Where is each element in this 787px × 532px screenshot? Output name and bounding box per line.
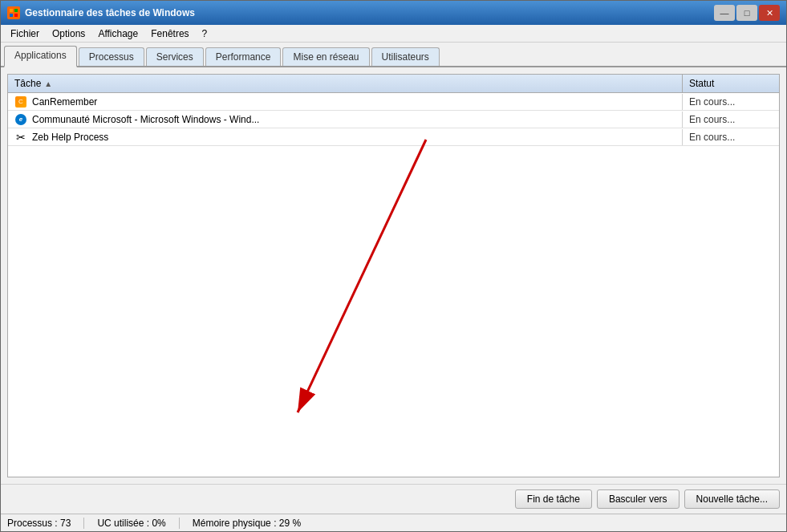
- menu-bar: Fichier Options Affichage Fenêtres ?: [1, 25, 786, 43]
- row-status-2: En cours...: [683, 112, 779, 127]
- menu-affichage[interactable]: Affichage: [91, 26, 144, 41]
- tab-applications[interactable]: Applications: [4, 46, 77, 67]
- close-button[interactable]: ✕: [759, 5, 780, 21]
- switch-to-button[interactable]: Basculer vers: [597, 489, 679, 509]
- column-status[interactable]: Statut: [683, 75, 779, 92]
- task-name-3: Zeb Help Process: [32, 132, 108, 143]
- column-status-label: Statut: [689, 78, 714, 89]
- content-wrapper: Tâche ▲ Statut C CanRemember: [1, 67, 786, 514]
- row-status-1: En cours...: [683, 95, 779, 109]
- row-task-1: C CanRemember: [8, 94, 683, 110]
- status-cpu: UC utilisée : 0%: [97, 518, 179, 529]
- task-name-2: Communauté Microsoft - Microsoft Windows…: [32, 114, 259, 125]
- minimize-button[interactable]: —: [714, 5, 735, 21]
- menu-fenetres[interactable]: Fenêtres: [144, 26, 195, 41]
- svg-rect-0: [10, 9, 13, 12]
- row-status-3: En cours...: [683, 130, 779, 144]
- tab-mise-en-reseau[interactable]: Mise en réseau: [282, 47, 369, 66]
- column-task[interactable]: Tâche ▲: [8, 75, 683, 92]
- table-body: C CanRemember En cours... e Communauté: [8, 93, 779, 477]
- svg-rect-1: [14, 9, 18, 12]
- maximize-button[interactable]: □: [736, 5, 757, 21]
- main-window: Gestionnaire des tâches de Windows — □ ✕…: [0, 0, 787, 532]
- sort-icon: ▲: [44, 79, 52, 88]
- tab-performance[interactable]: Performance: [205, 47, 282, 66]
- tab-processus[interactable]: Processus: [79, 47, 144, 66]
- title-bar-controls: — □ ✕: [714, 5, 780, 21]
- title-bar: Gestionnaire des tâches de Windows — □ ✕: [1, 1, 786, 25]
- app-icon-canremember: C: [14, 95, 27, 108]
- window-title: Gestionnaire des tâches de Windows: [25, 7, 195, 18]
- table-row[interactable]: e Communauté Microsoft - Microsoft Windo…: [8, 111, 779, 128]
- task-name-1: CanRemember: [32, 96, 97, 108]
- app-icon-zeb: ✂: [14, 131, 27, 144]
- main-content: Tâche ▲ Statut C CanRemember: [1, 67, 786, 484]
- status-processes: Processus : 73: [7, 518, 84, 529]
- title-bar-left: Gestionnaire des tâches de Windows: [7, 6, 195, 19]
- table-header: Tâche ▲ Statut: [8, 75, 779, 93]
- menu-fichier[interactable]: Fichier: [4, 26, 46, 41]
- tab-services[interactable]: Services: [146, 47, 204, 66]
- status-bar: Processus : 73 UC utilisée : 0% Mémoire …: [1, 514, 786, 531]
- tab-utilisateurs[interactable]: Utilisateurs: [371, 47, 440, 66]
- end-task-button[interactable]: Fin de tâche: [515, 489, 592, 509]
- svg-rect-2: [10, 14, 13, 17]
- table-row[interactable]: ✂ Zeb Help Process En cours...: [8, 128, 779, 146]
- menu-options[interactable]: Options: [46, 26, 91, 41]
- table-row[interactable]: C CanRemember En cours...: [8, 93, 779, 111]
- task-table: Tâche ▲ Statut C CanRemember: [7, 74, 780, 477]
- row-task-2: e Communauté Microsoft - Microsoft Windo…: [8, 112, 683, 128]
- bottom-bar: Fin de tâche Basculer vers Nouvelle tâch…: [1, 484, 786, 514]
- column-task-label: Tâche: [14, 78, 41, 89]
- app-icon: [7, 6, 20, 19]
- new-task-button[interactable]: Nouvelle tâche...: [684, 489, 780, 509]
- status-memory: Mémoire physique : 29 %: [193, 518, 314, 529]
- menu-help[interactable]: ?: [196, 26, 214, 41]
- svg-rect-3: [14, 14, 18, 17]
- tab-bar: Applications Processus Services Performa…: [1, 43, 786, 67]
- row-task-3: ✂ Zeb Help Process: [8, 129, 683, 145]
- app-icon-ie: e: [14, 113, 27, 126]
